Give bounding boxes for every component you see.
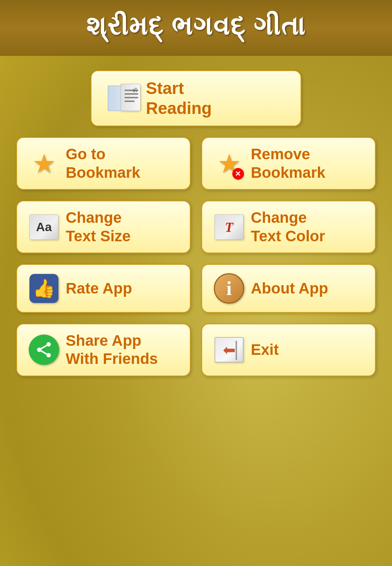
share-app-icon-area [26,333,62,366]
text-color-icon-area: T [211,211,247,243]
about-app-icon-area: i [211,272,247,305]
bookmark-row: ★ Go to Bookmark ★ ✕ Remove Bookmark [15,137,377,190]
share-exit-row: Share App With Friends ⬅ Exit [15,324,377,376]
change-text-size-button[interactable]: Change Text Size [16,201,191,253]
text-color-icon: T [215,214,244,240]
text-size-icon-area [26,211,62,243]
go-bookmark-icon: ★ [26,147,62,180]
rate-app-icon-area: 👍 [26,272,62,305]
rate-app-label: Rate App [66,279,132,298]
exit-icon: ⬅ [215,337,244,362]
go-to-bookmark-button[interactable]: ★ Go to Bookmark [16,137,191,190]
share-icon [29,335,59,365]
remove-bookmark-icon: ★ ✕ [211,147,247,180]
about-app-label: About App [251,279,328,298]
svg-line-3 [39,344,49,350]
header: શ્રીમદ્ ભગવદ્ ગીતા [0,0,392,56]
text-size-icon [29,214,58,240]
remove-bookmark-button[interactable]: ★ ✕ Remove Bookmark [201,137,376,190]
thumbs-up-icon: 👍 [29,274,58,303]
exit-button[interactable]: ⬅ Exit [201,324,376,376]
share-app-label: Share App With Friends [66,332,158,368]
app-title: શ્રીમદ્ ભગવદ્ ગીતા [86,11,306,40]
change-text-color-label: Change Text Color [251,209,325,245]
rate-app-button[interactable]: 👍 Rate App [16,264,191,313]
exit-icon-area: ⬅ [211,333,247,366]
share-app-button[interactable]: Share App With Friends [16,324,191,376]
about-app-button[interactable]: i About App [201,264,376,313]
change-text-size-label: Change Text Size [66,209,131,245]
svg-line-4 [39,350,49,355]
start-reading-icon-area: ॐ [102,80,146,116]
book-icon: ॐ [108,84,140,113]
remove-bookmark-label: Remove Bookmark [251,145,325,182]
start-reading-label: Start Reading [146,78,212,118]
text-settings-row: Change Text Size T Change Text Color [15,201,377,253]
rate-about-row: 👍 Rate App i About App [15,264,377,313]
go-bookmark-label: Go to Bookmark [66,145,140,182]
exit-label: Exit [251,341,279,359]
start-reading-button[interactable]: ॐ Start Reading [91,70,301,126]
info-icon: i [214,273,244,304]
main-content: ॐ Start Reading ★ Go to Bookmark ★ ✕ [0,56,392,391]
change-text-color-button[interactable]: T Change Text Color [201,201,376,253]
